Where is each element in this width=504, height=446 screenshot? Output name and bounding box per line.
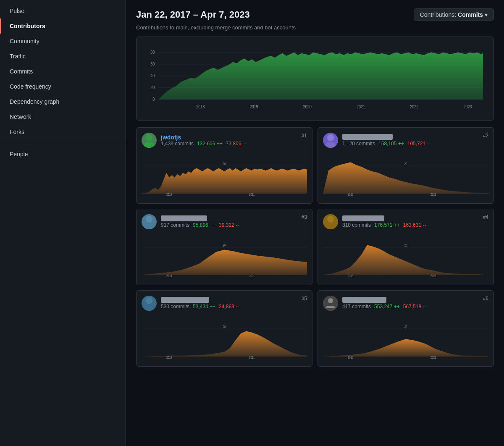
svg-text:2018: 2018 <box>348 192 353 197</box>
avatar-3 <box>142 214 157 229</box>
commit-count-4: 810 commits <box>342 222 371 228</box>
contributor-name-6[interactable] <box>342 297 488 304</box>
sidebar-divider <box>0 143 126 143</box>
sidebar-section-insights: Pulse Contributors Community Traffic Com… <box>0 3 126 139</box>
rank-badge-2: #2 <box>483 133 488 139</box>
sidebar-item-code-frequency[interactable]: Code frequency <box>0 79 126 94</box>
svg-text:2018: 2018 <box>166 355 172 360</box>
sidebar-item-community[interactable]: Community <box>0 34 126 49</box>
mini-chart-svg-2: 20 2018 2021 <box>323 152 488 198</box>
sidebar-item-people[interactable]: People <box>0 147 126 162</box>
chevron-down-icon: ▾ <box>485 11 488 18</box>
svg-text:20: 20 <box>223 243 226 247</box>
avatar-image-5 <box>142 296 157 311</box>
contributor-meta-6: 417 commits 553,247 ++ 567,518 -- <box>342 304 488 310</box>
contributor-card-1: jwdotjs 1,439 commits 132,606 ++ 73,806 … <box>136 127 312 204</box>
svg-text:2018: 2018 <box>348 355 353 360</box>
contributor-info-2: 1,120 commits 158,105 ++ 105,721 -- <box>342 134 488 147</box>
svg-point-29 <box>144 223 154 229</box>
sidebar-item-traffic[interactable]: Traffic <box>0 49 126 64</box>
mini-chart-svg-5: 20 2018 2021 <box>142 315 307 361</box>
svg-text:2021: 2021 <box>430 355 436 360</box>
sidebar-item-dependency-graph[interactable]: Dependency graph <box>0 94 126 109</box>
chart-subtitle: Contributions to main, excluding merge c… <box>136 24 494 31</box>
contributors-grid: jwdotjs 1,439 commits 132,606 ++ 73,806 … <box>136 127 494 367</box>
rank-badge-5: #5 <box>302 296 307 302</box>
main-content: Jan 22, 2017 – Apr 7, 2023 Contributions… <box>126 0 504 446</box>
svg-text:20: 20 <box>404 324 407 329</box>
additions-2: 158,105 ++ <box>378 141 404 147</box>
svg-text:2020: 2020 <box>303 104 312 109</box>
svg-text:2018: 2018 <box>166 192 172 197</box>
main-chart-svg: 80 60 40 20 0 2018 2019 2020 2021 2022 2… <box>143 44 487 113</box>
commit-count-6: 417 commits <box>342 304 371 310</box>
contributor-meta-5: 530 commits 53,434 ++ 34,863 -- <box>161 304 307 310</box>
commit-count-3: 917 commits <box>161 222 189 228</box>
contributor-meta-4: 810 commits 176,571 ++ 163,631 -- <box>342 222 488 228</box>
contributor-name-1[interactable]: jwdotjs <box>161 134 307 141</box>
page-header: Jan 22, 2017 – Apr 7, 2023 Contributions… <box>136 8 494 21</box>
commit-count-1: 1,439 commits <box>161 141 194 147</box>
avatar-6 <box>323 296 338 311</box>
avatar-5 <box>142 296 157 311</box>
contributor-card-4: 810 commits 176,571 ++ 163,631 -- #4 <box>318 209 494 285</box>
avatar-2 <box>323 133 338 148</box>
sidebar-section-people: People <box>0 147 126 162</box>
contributor-name-5[interactable] <box>161 297 307 304</box>
svg-text:40: 40 <box>150 73 155 78</box>
contributions-filter-button[interactable]: Contributions: Commits ▾ <box>414 8 494 21</box>
svg-text:80: 80 <box>150 50 155 55</box>
contributor-header-1: jwdotjs 1,439 commits 132,606 ++ 73,806 … <box>142 133 307 148</box>
rank-badge-6: #6 <box>483 296 488 302</box>
main-contributions-chart: 80 60 40 20 0 2018 2019 2020 2021 2022 2… <box>136 37 494 121</box>
sidebar-item-commits[interactable]: Commits <box>0 64 126 79</box>
svg-text:2021: 2021 <box>249 274 255 278</box>
sidebar-item-network[interactable]: Network <box>0 109 126 124</box>
contributor-name-2[interactable] <box>342 134 488 141</box>
contributor-header-4: 810 commits 176,571 ++ 163,631 -- <box>323 214 488 229</box>
svg-text:2021: 2021 <box>249 355 255 360</box>
svg-text:20: 20 <box>150 85 155 90</box>
svg-point-17 <box>144 142 154 148</box>
contributor-name-4[interactable] <box>342 215 488 222</box>
svg-text:2022: 2022 <box>410 104 418 109</box>
avatar-image-2 <box>323 133 338 148</box>
contributor-name-3[interactable] <box>161 215 307 222</box>
mini-chart-6: 20 2018 2021 <box>323 315 488 361</box>
sidebar-item-forks[interactable]: Forks <box>0 124 126 139</box>
contributor-info-6: 417 commits 553,247 ++ 567,518 -- <box>342 297 488 310</box>
avatar-image-3 <box>142 214 157 229</box>
mini-chart-svg-4: 20 2018 2021 <box>323 233 488 280</box>
rank-badge-3: #3 <box>302 214 307 220</box>
additions-5: 53,434 ++ <box>193 304 215 310</box>
svg-point-35 <box>326 223 336 229</box>
svg-text:2018: 2018 <box>166 274 172 278</box>
contributions-label: Contributions: <box>420 11 456 18</box>
mini-chart-1: 20 2018 2021 <box>142 152 307 198</box>
rank-badge-4: #4 <box>483 214 488 220</box>
contributor-info-1: jwdotjs 1,439 commits 132,606 ++ 73,806 … <box>161 134 307 147</box>
commit-count-2: 1,120 commits <box>342 141 375 147</box>
mini-chart-svg-1: 20 2018 2021 <box>142 152 307 198</box>
rank-badge-1: #1 <box>302 133 307 139</box>
additions-4: 176,571 ++ <box>374 222 400 228</box>
mini-chart-svg-3: 20 2018 2021 <box>142 233 307 280</box>
sidebar-item-contributors[interactable]: Contributors <box>0 18 126 34</box>
svg-text:20: 20 <box>223 161 226 166</box>
svg-text:2018: 2018 <box>348 274 353 278</box>
contributor-meta-3: 917 commits 95,896 ++ 39,322 -- <box>161 222 307 228</box>
deletions-3: 39,322 -- <box>219 222 239 228</box>
avatar-image-1 <box>142 133 157 148</box>
avatar-1 <box>142 133 157 148</box>
deletions-4: 163,631 -- <box>403 222 426 228</box>
svg-text:2021: 2021 <box>430 192 436 197</box>
svg-text:0: 0 <box>152 97 155 102</box>
svg-text:20: 20 <box>404 161 407 166</box>
avatar-4 <box>323 214 338 229</box>
additions-3: 95,896 ++ <box>193 222 215 228</box>
deletions-6: 567,518 -- <box>403 304 426 310</box>
mini-chart-4: 20 2018 2021 <box>323 233 488 280</box>
svg-text:2023: 2023 <box>463 104 472 109</box>
sidebar-item-pulse[interactable]: Pulse <box>0 3 126 18</box>
commit-count-5: 530 commits <box>161 304 189 310</box>
